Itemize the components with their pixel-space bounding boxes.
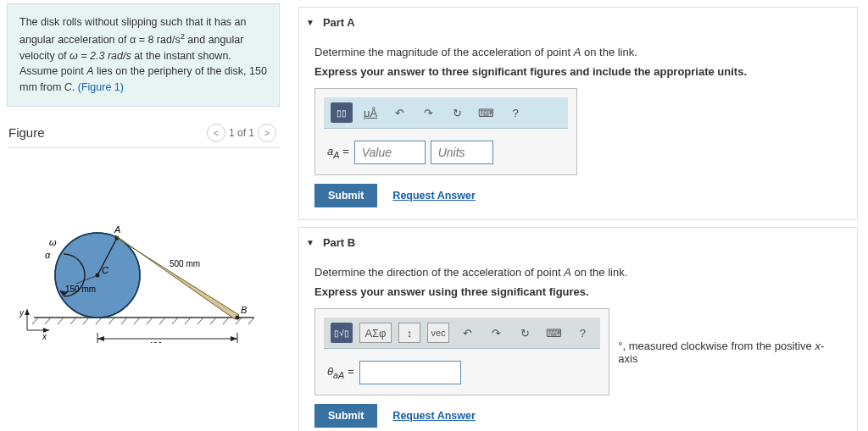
right-panel: ▼ Part A Determine the magnitude of the …: [288, 0, 868, 431]
part-b-suffix: °, measured clockwise from the positive …: [618, 340, 842, 365]
reset-icon[interactable]: ↻: [514, 323, 536, 343]
part-b-instruction: Express your answer using three signific…: [314, 285, 842, 298]
figure-title: Figure: [8, 125, 45, 140]
svg-line-18: [248, 318, 254, 324]
part-a-body: Determine the magnitude of the accelerat…: [299, 37, 857, 219]
figure-nav: < 1 of 1 >: [207, 124, 276, 142]
svg-marker-35: [25, 309, 30, 315]
label-A: A: [114, 224, 120, 235]
part-b-toolbar: ▯√▯ ΑΣφ ↕ vec ↶ ↷ ↻ ⌨ ?: [324, 318, 600, 349]
svg-line-15: [210, 318, 216, 324]
direction-input[interactable]: [359, 361, 461, 384]
keyboard-icon[interactable]: ⌨: [542, 323, 565, 343]
problem-statement: The disk rolls without slipping such tha…: [7, 3, 280, 107]
submit-button[interactable]: Submit: [314, 404, 377, 428]
part-a-input-row: aA =: [324, 139, 568, 166]
label-alpha: α: [45, 250, 51, 260]
part-a-section: ▼ Part A Determine the magnitude of the …: [298, 7, 858, 220]
label-C: C: [102, 265, 108, 275]
svg-line-8: [121, 318, 127, 324]
figure-section: Figure < 1 of 1 >: [0, 124, 288, 351]
next-figure-button[interactable]: >: [258, 124, 276, 142]
svg-line-9: [134, 318, 140, 324]
svg-line-14: [198, 318, 203, 324]
pointC: C: [64, 81, 72, 93]
units-input[interactable]: [431, 141, 493, 164]
var-theta: θaA =: [327, 365, 354, 380]
collapse-icon: ▼: [306, 238, 314, 247]
part-b-answer-box: ▯√▯ ΑΣφ ↕ vec ↶ ↷ ↻ ⌨ ? θaA =: [314, 308, 609, 395]
svg-line-11: [159, 318, 165, 324]
var-aA: aA =: [327, 145, 349, 160]
part-b-title: Part B: [323, 236, 355, 249]
help-icon[interactable]: ?: [571, 323, 593, 343]
label-150: 150 mm: [65, 285, 96, 294]
part-b-answer-row: ▯√▯ ΑΣφ ↕ vec ↶ ↷ ↻ ⌨ ? θaA =: [314, 308, 842, 395]
updown-icon[interactable]: ↕: [398, 323, 420, 343]
vec-button[interactable]: vec: [427, 323, 449, 343]
submit-button[interactable]: Submit: [314, 184, 377, 207]
reset-icon[interactable]: ↻: [446, 102, 468, 123]
svg-point-25: [236, 315, 240, 319]
svg-line-10: [147, 318, 153, 324]
greek-tool-button[interactable]: ΑΣφ: [359, 323, 392, 343]
left-panel: The disk rolls without slipping such tha…: [0, 0, 288, 431]
svg-line-4: [70, 318, 76, 324]
part-a-toolbar: ▯▯ μÅ ↶ ↷ ↻ ⌨ ?: [324, 97, 568, 129]
svg-line-12: [172, 318, 178, 324]
help-icon[interactable]: ?: [504, 102, 526, 123]
part-b-header[interactable]: ▼ Part B: [299, 228, 857, 257]
keyboard-icon[interactable]: ⌨: [475, 102, 498, 123]
svg-marker-31: [97, 336, 104, 341]
part-b-input-row: θaA =: [324, 359, 600, 386]
part-a-header[interactable]: ▼ Part A: [299, 8, 857, 37]
units-tool-button[interactable]: μÅ: [359, 102, 381, 123]
svg-line-13: [185, 318, 191, 324]
pointA: A: [86, 65, 93, 77]
svg-line-5: [83, 318, 89, 324]
part-b-actions: Submit Request Answer: [314, 404, 842, 428]
collapse-icon: ▼: [306, 18, 314, 27]
label-y: y: [19, 308, 25, 318]
redo-icon[interactable]: ↷: [485, 323, 507, 343]
svg-line-1: [32, 318, 38, 324]
part-a-answer-box: ▯▯ μÅ ↶ ↷ ↻ ⌨ ? aA =: [314, 88, 577, 175]
part-a-question: Determine the magnitude of the accelerat…: [314, 46, 842, 58]
prev-figure-button[interactable]: <: [207, 124, 225, 142]
figure-header: Figure < 1 of 1 >: [8, 124, 280, 148]
alpha-expr: α = 8 rad/s: [130, 34, 181, 46]
label-x: x: [42, 332, 47, 341]
svg-line-2: [45, 318, 51, 324]
undo-icon[interactable]: ↶: [456, 323, 478, 343]
part-b-body: Determine the direction of the accelerat…: [299, 257, 857, 431]
svg-marker-32: [231, 336, 237, 341]
part-b-question: Determine the direction of the accelerat…: [314, 266, 842, 279]
undo-icon[interactable]: ↶: [388, 102, 410, 123]
template-icon[interactable]: ▯▯: [331, 102, 353, 123]
svg-line-16: [223, 318, 229, 324]
svg-line-7: [108, 318, 114, 324]
part-b-section: ▼ Part B Determine the direction of the …: [298, 227, 858, 431]
figure-svg: A B C 500 mm 150 mm 400 mm ω α x y: [17, 174, 271, 343]
label-omega: ω: [49, 237, 57, 247]
prob-suffix: .: [72, 81, 78, 93]
part-a-actions: Submit Request Answer: [314, 184, 842, 207]
figure-page-label: 1 of 1: [229, 127, 254, 139]
figure-link[interactable]: (Figure 1): [78, 81, 124, 93]
part-a-instruction: Express your answer to three significant…: [314, 65, 842, 78]
figure-image: A B C 500 mm 150 mm 400 mm ω α x y: [8, 148, 280, 351]
redo-icon[interactable]: ↷: [417, 102, 439, 123]
label-500: 500 mm: [170, 259, 200, 268]
svg-line-3: [58, 318, 64, 324]
svg-line-6: [96, 318, 102, 324]
label-400: 400 mm: [148, 341, 179, 343]
request-answer-link[interactable]: Request Answer: [392, 190, 475, 202]
template-icon[interactable]: ▯√▯: [331, 323, 353, 343]
part-a-title: Part A: [323, 16, 355, 29]
main-container: The disk rolls without slipping such tha…: [0, 0, 868, 431]
request-answer-link[interactable]: Request Answer: [392, 410, 475, 422]
value-input[interactable]: [354, 141, 426, 164]
omega-expr: ω = 2.3 rad/s: [70, 50, 131, 62]
label-B: B: [241, 305, 247, 315]
